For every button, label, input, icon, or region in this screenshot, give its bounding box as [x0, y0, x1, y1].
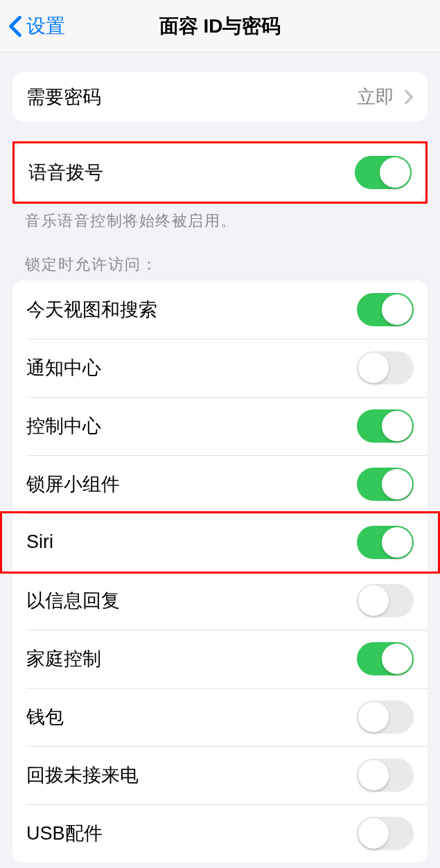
toggle-knob	[358, 760, 389, 790]
lock-access-group: 今天视图和搜索通知中心控制中心锁屏小组件Siri以信息回复家庭控制钱包回拨未接来…	[12, 281, 428, 862]
lock-access-item-label: Siri	[26, 531, 53, 553]
require-passcode-value: 立即	[357, 85, 414, 109]
lock-access-toggle[interactable]	[357, 817, 414, 850]
toggle-knob	[382, 411, 412, 441]
lock-access-item-label: 控制中心	[26, 414, 101, 439]
lock-access-item-label: 家庭控制	[26, 646, 101, 671]
lock-access-row: Siri	[12, 513, 428, 572]
lock-access-toggle[interactable]	[357, 351, 414, 384]
toggle-knob	[380, 157, 410, 188]
lock-access-row: USB配件	[12, 804, 428, 862]
toggle-knob	[382, 644, 412, 674]
chevron-left-icon	[8, 15, 22, 37]
toggle-knob	[358, 818, 389, 849]
toggle-knob	[382, 469, 412, 499]
lock-access-row: 通知中心	[12, 339, 428, 397]
lock-access-item-label: USB配件	[26, 821, 103, 846]
lock-access-toggle[interactable]	[357, 409, 414, 443]
back-label: 设置	[26, 13, 65, 39]
toggle-knob	[358, 353, 389, 383]
page-title: 面容 ID与密码	[159, 13, 281, 39]
toggle-knob	[358, 702, 389, 732]
lock-access-toggle[interactable]	[357, 584, 414, 617]
lock-access-toggle[interactable]	[357, 700, 414, 734]
voice-dial-row: 语音拨号	[15, 143, 425, 202]
voice-dial-highlight: 语音拨号	[12, 141, 428, 204]
toggle-knob	[382, 527, 412, 558]
lock-access-row: 锁屏小组件	[12, 455, 428, 513]
lock-access-toggle[interactable]	[357, 293, 414, 326]
lock-access-row: 以信息回复	[12, 572, 428, 630]
lock-access-row: 回拨未接来电	[12, 746, 428, 804]
toggle-knob	[382, 294, 412, 325]
lock-access-row: 钱包	[12, 688, 428, 746]
lock-access-item-label: 锁屏小组件	[26, 472, 120, 497]
lock-access-toggle[interactable]	[357, 642, 414, 675]
content: 需要密码 立即 语音拨号 音乐语音控制将始终被启用。 锁定时允许访问： 今天视图…	[0, 72, 440, 868]
lock-access-item-label: 钱包	[26, 705, 64, 729]
lock-access-row: 今天视图和搜索	[12, 281, 428, 339]
lock-access-toggle[interactable]	[357, 468, 414, 501]
lock-access-item-label: 回拨未接来电	[26, 763, 139, 788]
lock-access-footer: iPhone 锁定超过一小时后，需先解锁 iPhone 才能允许USB 配件连接…	[0, 862, 440, 868]
toggle-knob	[358, 585, 389, 616]
require-passcode-group: 需要密码 立即	[12, 72, 428, 122]
voice-dial-footer: 音乐语音控制将始终被启用。	[0, 204, 440, 232]
require-passcode-value-text: 立即	[357, 85, 394, 109]
lock-access-row: 家庭控制	[12, 630, 428, 688]
voice-dial-toggle[interactable]	[355, 156, 412, 189]
back-button[interactable]: 设置	[0, 13, 65, 39]
voice-dial-label: 语音拨号	[28, 160, 103, 185]
require-passcode-row[interactable]: 需要密码 立即	[12, 72, 428, 122]
require-passcode-label: 需要密码	[26, 85, 101, 109]
lock-access-item-label: 通知中心	[26, 355, 101, 380]
lock-access-item-label: 以信息回复	[26, 588, 120, 613]
lock-access-toggle[interactable]	[357, 526, 414, 559]
lock-access-header: 锁定时允许访问：	[0, 232, 440, 281]
lock-access-item-label: 今天视图和搜索	[26, 297, 157, 322]
lock-access-toggle[interactable]	[357, 759, 414, 792]
lock-access-row: 控制中心	[12, 397, 428, 455]
chevron-right-icon	[404, 89, 414, 105]
voice-dial-group: 语音拨号	[15, 143, 425, 202]
header: 设置 面容 ID与密码	[0, 0, 440, 53]
